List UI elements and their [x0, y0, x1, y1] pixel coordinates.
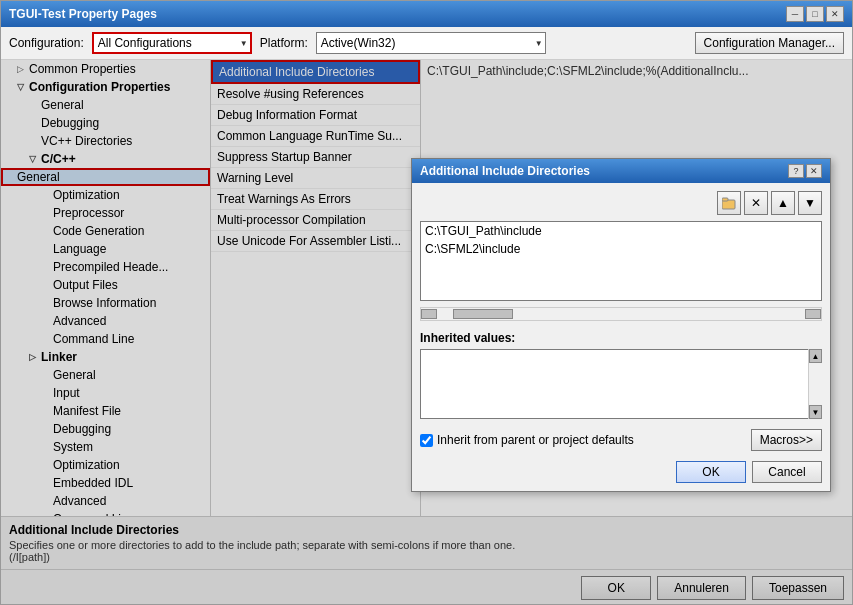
- tree-item-debugging-1[interactable]: Debugging: [1, 114, 210, 132]
- tree-arrow-icon: ▷: [17, 64, 29, 74]
- prop-item-treat-warnings[interactable]: Treat Warnings As Errors: [211, 189, 420, 210]
- prop-label: Warning Level: [217, 171, 293, 185]
- dialog-ok-button[interactable]: OK: [676, 461, 746, 483]
- dialog-delete-button[interactable]: ✕: [744, 191, 768, 215]
- inherited-label: Inherited values:: [420, 331, 822, 345]
- dialog-help-button[interactable]: ?: [788, 164, 804, 178]
- prop-item-resolve-using[interactable]: Resolve #using References: [211, 84, 420, 105]
- tree-item-label: Input: [53, 386, 80, 400]
- dialog-additional-include: Additional Include Directories ? ✕ ✕ ▲ ▼: [411, 158, 831, 492]
- macros-button[interactable]: Macros>>: [751, 429, 822, 451]
- tree-item-browse-info[interactable]: Browse Information: [1, 294, 210, 312]
- prop-item-startup[interactable]: Suppress Startup Banner: [211, 147, 420, 168]
- tree-item-label: Debugging: [53, 422, 111, 436]
- dialog-cancel-button[interactable]: Cancel: [752, 461, 822, 483]
- inherit-checkbox[interactable]: [420, 434, 433, 447]
- list-item: C:\TGUI_Path\include: [421, 222, 821, 240]
- tree-item-output-files[interactable]: Output Files: [1, 276, 210, 294]
- tree-item-advanced-cpp[interactable]: Advanced: [1, 312, 210, 330]
- dialog-close-button[interactable]: ✕: [806, 164, 822, 178]
- tree-item-label: C/C++: [41, 152, 76, 166]
- prop-item-unicode-asm[interactable]: Use Unicode For Assembler Listi...: [211, 231, 420, 252]
- content-wrapper: ▷ Common Properties ▽ Configuration Prop…: [1, 60, 852, 604]
- prop-label: Additional Include Directories: [219, 65, 374, 79]
- tree-item-label: Command Line: [53, 332, 134, 346]
- platform-select[interactable]: Active(Win32) ▼: [316, 32, 546, 54]
- tree-item-label: General: [17, 170, 60, 184]
- tree-item-linker-debug[interactable]: Debugging: [1, 420, 210, 438]
- dialog-ok-cancel: OK Cancel: [420, 461, 822, 483]
- config-label: Configuration:: [9, 36, 84, 50]
- tree-item-label: Language: [53, 242, 106, 256]
- minimize-button[interactable]: ─: [786, 6, 804, 22]
- desc-title: Additional Include Directories: [9, 523, 844, 537]
- tree-arrow-icon: ▷: [29, 352, 41, 362]
- tree-item-linker[interactable]: ▷ Linker: [1, 348, 210, 366]
- tree-item-command-line-cpp[interactable]: Command Line: [1, 330, 210, 348]
- tree-item-label: General: [41, 98, 84, 112]
- config-select[interactable]: All Configurations ▼: [92, 32, 252, 54]
- dialog-title-bar: Additional Include Directories ? ✕: [412, 159, 830, 183]
- bottom-buttons: OK Annuleren Toepassen: [1, 569, 852, 604]
- tree-item-optimization[interactable]: Optimization: [1, 186, 210, 204]
- prop-label: Treat Warnings As Errors: [217, 192, 351, 206]
- prop-item-add-include[interactable]: Additional Include Directories: [211, 60, 420, 84]
- svg-rect-1: [722, 198, 728, 201]
- dialog-up-button[interactable]: ▲: [771, 191, 795, 215]
- tree-item-vc-dirs[interactable]: VC++ Directories: [1, 132, 210, 150]
- tree-item-label: Browse Information: [53, 296, 156, 310]
- prop-label: Common Language RunTime Su...: [217, 129, 402, 143]
- window-title: TGUI-Test Property Pages: [9, 7, 157, 21]
- config-row: Configuration: All Configurations ▼ Plat…: [1, 27, 852, 60]
- annuleren-button[interactable]: Annuleren: [657, 576, 746, 600]
- dialog-folder-button[interactable]: [717, 191, 741, 215]
- toepassen-button[interactable]: Toepassen: [752, 576, 844, 600]
- title-bar: TGUI-Test Property Pages ─ □ ✕: [1, 1, 852, 27]
- config-arrow-icon: ▼: [240, 39, 248, 48]
- close-button[interactable]: ✕: [826, 6, 844, 22]
- tree-item-cpp[interactable]: ▽ C/C++: [1, 150, 210, 168]
- prop-item-debug-format[interactable]: Debug Information Format: [211, 105, 420, 126]
- dialog-title: Additional Include Directories: [420, 164, 590, 178]
- props-panel: Additional Include Directories Resolve #…: [211, 60, 421, 516]
- value-text: C:\TGUI_Path\include;C:\SFML2\include;%(…: [421, 60, 754, 82]
- tree-item-label: Configuration Properties: [29, 80, 170, 94]
- tree-item-preprocessor[interactable]: Preprocessor: [1, 204, 210, 222]
- dialog-body: ✕ ▲ ▼ C:\TGUI_Path\include C:\SFML2\incl…: [412, 183, 830, 491]
- tree-item-common-properties[interactable]: ▷ Common Properties: [1, 60, 210, 78]
- bottom-bar: Additional Include Directories Specifies…: [1, 516, 852, 569]
- config-manager-button[interactable]: Configuration Manager...: [695, 32, 844, 54]
- tree-item-label: Advanced: [53, 314, 106, 328]
- prop-item-multiproc[interactable]: Multi-processor Compilation: [211, 210, 420, 231]
- dialog-listbox[interactable]: C:\TGUI_Path\include C:\SFML2\include: [420, 221, 822, 301]
- dialog-hscroll[interactable]: [420, 307, 822, 321]
- prop-label: Suppress Startup Banner: [217, 150, 352, 164]
- tree-item-linker-system[interactable]: System: [1, 438, 210, 456]
- prop-item-warning-level[interactable]: Warning Level: [211, 168, 420, 189]
- tree-item-label: Debugging: [41, 116, 99, 130]
- tree-item-label: System: [53, 440, 93, 454]
- tree-item-language[interactable]: Language: [1, 240, 210, 258]
- prop-label: Use Unicode For Assembler Listi...: [217, 234, 401, 248]
- prop-item-clr[interactable]: Common Language RunTime Su...: [211, 126, 420, 147]
- tree-item-linker-general[interactable]: General: [1, 366, 210, 384]
- ok-button[interactable]: OK: [581, 576, 651, 600]
- tree-item-linker-input[interactable]: Input: [1, 384, 210, 402]
- tree-item-manifest[interactable]: Manifest File: [1, 402, 210, 420]
- inherit-label-text: Inherit from parent or project defaults: [437, 433, 634, 447]
- inherit-checkbox-label[interactable]: Inherit from parent or project defaults: [420, 433, 634, 447]
- tree-item-general-1[interactable]: General: [1, 96, 210, 114]
- dialog-down-button[interactable]: ▼: [798, 191, 822, 215]
- prop-label: Resolve #using References: [217, 87, 364, 101]
- tree-item-code-gen[interactable]: Code Generation: [1, 222, 210, 240]
- tree-item-label: Optimization: [53, 458, 120, 472]
- tree-item-config-properties[interactable]: ▽ Configuration Properties: [1, 78, 210, 96]
- dialog-title-buttons: ? ✕: [788, 164, 822, 178]
- tree-item-linker-opt[interactable]: Optimization: [1, 456, 210, 474]
- tree-item-label: Linker: [41, 350, 77, 364]
- maximize-button[interactable]: □: [806, 6, 824, 22]
- tree-item-precompiled[interactable]: Precompiled Heade...: [1, 258, 210, 276]
- tree-item-embedded-idl[interactable]: Embedded IDL: [1, 474, 210, 492]
- tree-item-general-selected[interactable]: General: [1, 168, 210, 186]
- tree-item-linker-advanced[interactable]: Advanced: [1, 492, 210, 510]
